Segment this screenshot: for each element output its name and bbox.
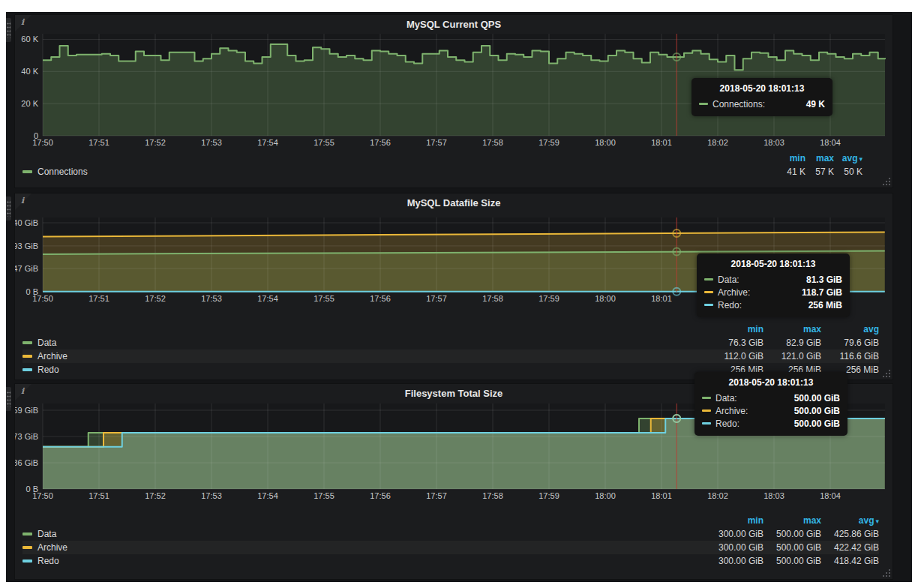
legend-header-row: minmaxavg — [22, 322, 879, 336]
x-axis-tick-label: 17:58 — [482, 491, 503, 500]
sort-caret-icon: ▾ — [859, 155, 862, 163]
legend-row-data: Data300.00 GiB500.00 GiB425.86 GiB — [22, 527, 879, 541]
legend-series-label[interactable]: Data — [22, 529, 706, 539]
hover-tooltip: 2018-05-20 18:01:13Data:500.00 GiBArchiv… — [694, 372, 848, 436]
series-color-swatch-icon — [22, 560, 32, 562]
legend-series-label[interactable]: Archive — [22, 542, 706, 553]
x-axis-tick-label: 17:55 — [314, 138, 334, 147]
legend-series-label[interactable]: Data — [22, 338, 706, 348]
grafana-dashboard: 60 K40 K20 K017:5017:5117:5217:5317:5417… — [6, 12, 912, 582]
legend-series-label[interactable]: Redo — [22, 364, 706, 375]
y-axis-tick-label: 373 GiB — [15, 432, 38, 441]
panel-resize-grip[interactable] — [889, 376, 890, 377]
legend-stat-header-max[interactable]: max — [806, 153, 834, 164]
panel-resize-grip[interactable] — [889, 575, 890, 577]
x-axis-tick-label: 18:03 — [764, 491, 784, 500]
tooltip-series-value: 118.7 GiB — [788, 287, 842, 298]
y-axis-tick-label: 47 GiB — [15, 264, 38, 273]
series-color-swatch-icon — [22, 341, 32, 344]
x-axis-tick-label: 17:58 — [482, 294, 503, 303]
legend-series-label[interactable]: Connections — [22, 166, 777, 177]
x-axis-tick-label: 17:55 — [314, 491, 334, 500]
legend-min-value: 41 K — [777, 166, 806, 177]
x-axis-tick-label: 17:58 — [482, 138, 503, 147]
tooltip-series-row: Connections:49 K — [699, 98, 825, 110]
x-axis-tick-label: 17:54 — [257, 138, 278, 147]
legend-stat-header-avg[interactable]: avg▾ — [821, 515, 879, 526]
legend-min-value: 76.3 GiB — [706, 338, 764, 348]
panel-title[interactable]: MySQL Datafile Size — [15, 197, 892, 208]
x-axis-tick-label: 17:59 — [538, 491, 560, 500]
panel-drag-handle[interactable] — [6, 18, 11, 42]
tooltip-series-row: Redo:256 MiB — [704, 298, 842, 311]
legend-avg-value: 422.42 GiB — [821, 542, 879, 553]
series-color-swatch-icon — [22, 532, 32, 536]
series-color-swatch-icon — [699, 103, 708, 105]
y-axis-tick-label: 559 GiB — [15, 406, 38, 415]
legend-avg-value: 116.6 GiB — [821, 351, 879, 362]
legend-row-redo: Redo300.00 GiB500.00 GiB418.42 GiB — [22, 554, 879, 568]
legend-min-value: 300.00 GiB — [706, 556, 764, 566]
x-axis-tick-label: 18:00 — [595, 294, 616, 303]
legend-stat-header-max[interactable]: max — [764, 515, 821, 526]
x-axis-tick-label: 17:55 — [314, 294, 334, 303]
panel-title[interactable]: MySQL Current QPS — [15, 19, 892, 30]
series-color-swatch-icon — [22, 170, 32, 173]
tooltip-series-value: 500.00 GiB — [781, 418, 840, 429]
legend-header-row: minmaxavg▾ — [22, 514, 879, 527]
panel-resize-grip[interactable] — [889, 184, 890, 185]
tooltip-series-row: Data:81.3 GiB — [704, 273, 842, 286]
legend-stat-header-avg[interactable]: avg — [821, 324, 879, 334]
legend-stat-header-min[interactable]: min — [777, 153, 806, 164]
legend-avg-value: 418.42 GiB — [821, 556, 879, 566]
legend-stat-header-min[interactable]: min — [706, 515, 764, 526]
x-axis-tick-label: 18:01 — [651, 491, 672, 500]
y-axis-tick-label: 140 GiB — [15, 218, 38, 227]
panel-drag-handle[interactable] — [6, 387, 11, 411]
hover-tooltip: 2018-05-20 18:01:13Connections:49 K — [692, 78, 832, 116]
x-axis-tick-label: 17:54 — [257, 491, 278, 500]
x-axis-tick-label: 17:50 — [32, 491, 53, 500]
tooltip-series-value: 500.00 GiB — [781, 406, 840, 416]
tooltip-series-value: 256 MiB — [795, 300, 842, 310]
legend-avg-value: 79.6 GiB — [821, 338, 879, 348]
x-axis-tick-label: 17:57 — [426, 491, 447, 500]
x-axis-tick-label: 17:53 — [201, 138, 222, 147]
legend-min-value: 300.00 GiB — [706, 542, 764, 553]
series-color-swatch-icon — [22, 546, 32, 549]
legend-max-value: 500.00 GiB — [764, 556, 821, 566]
series-color-swatch-icon — [22, 368, 32, 371]
legend-max-value: 500.00 GiB — [764, 542, 821, 553]
tooltip-series-value: 49 K — [793, 99, 825, 110]
tooltip-timestamp: 2018-05-20 18:01:13 — [704, 259, 842, 269]
panel-drag-handle[interactable] — [6, 196, 11, 220]
x-axis-tick-label: 17:57 — [426, 294, 447, 303]
y-axis-tick-label: 40 K — [21, 67, 38, 76]
series-name: Data — [38, 338, 56, 348]
legend-max-value: 500.00 GiB — [764, 529, 821, 539]
tooltip-series-row: Data:500.00 GiB — [702, 392, 840, 404]
series-name: Archive — [38, 542, 68, 553]
series-name: Redo — [38, 556, 59, 566]
series-color-swatch-icon — [702, 397, 711, 399]
series-color-swatch-icon — [702, 410, 711, 412]
x-axis-tick-label: 17:59 — [538, 294, 560, 303]
x-axis-tick-label: 18:01 — [651, 138, 672, 147]
legend-stat-header-max[interactable]: max — [764, 324, 821, 334]
tooltip-series-row: Archive:118.7 GiB — [704, 286, 842, 298]
x-axis-tick-label: 17:56 — [370, 138, 391, 147]
hover-tooltip: 2018-05-20 18:01:13Data:81.3 GiBArchive:… — [697, 254, 850, 317]
x-axis-tick-label: 17:51 — [88, 294, 110, 303]
x-axis-tick-label: 18:00 — [595, 138, 616, 147]
x-axis-tick-label: 18:03 — [764, 138, 784, 147]
legend-series-label[interactable]: Archive — [22, 351, 706, 362]
legend-stat-header-min[interactable]: min — [706, 324, 764, 334]
legend-series-label[interactable]: Redo — [22, 556, 706, 566]
tooltip-series-name: Archive: — [718, 287, 750, 298]
x-axis-tick-label: 17:53 — [201, 294, 222, 303]
legend-stat-header-avg[interactable]: avg▾ — [834, 153, 862, 164]
x-axis-tick-label: 17:53 — [201, 491, 222, 500]
legend: minmaxavgData76.3 GiB82.9 GiB79.6 GiBArc… — [22, 322, 879, 376]
legend-row-data: Data76.3 GiB82.9 GiB79.6 GiB — [22, 336, 879, 350]
tooltip-series-value: 500.00 GiB — [781, 393, 840, 404]
